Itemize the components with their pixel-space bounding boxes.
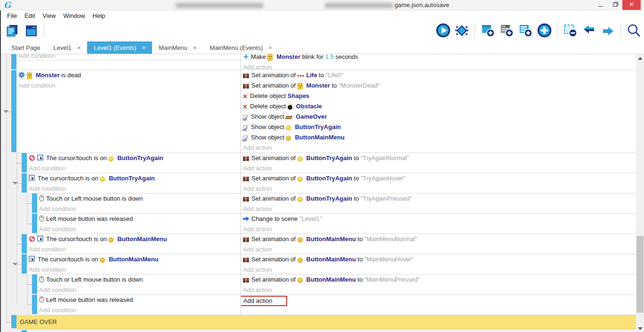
- action-line[interactable]: ×Delete object Obstacle: [241, 101, 636, 112]
- conditions-cell[interactable]: The cursor/touch is on ButtonTryAgainAdd…: [27, 153, 241, 173]
- scroll-up-icon[interactable]: [638, 57, 643, 60]
- project-manager-button[interactable]: [5, 24, 20, 39]
- menu-item-window[interactable]: Window: [59, 11, 89, 20]
- actions-cell[interactable]: Set animation of ButtonTryAgain to "TryA…: [241, 194, 636, 214]
- actions-cell[interactable]: Set animation of ButtonTryAgain to "TryA…: [241, 173, 636, 194]
- scrollbar-thumb[interactable]: [636, 236, 644, 313]
- action-line[interactable]: Set animation of ButtonTryAgain to "TryA…: [241, 173, 636, 184]
- conditions-cell[interactable]: The cursor/touch is on ButtonTryAgainAdd…: [27, 173, 241, 194]
- action-line[interactable]: Set animation of ButtonMainMenu to "Main…: [241, 275, 636, 285]
- tab-mainmenu[interactable]: MainMenu×: [152, 41, 203, 54]
- add-action-placeholder[interactable]: Add action: [241, 244, 636, 254]
- add-condition-placeholder[interactable]: Add condition: [37, 224, 241, 234]
- add-action-placeholder[interactable]: Add action: [241, 62, 636, 70]
- deactivate-button[interactable]: [563, 24, 578, 39]
- play-button[interactable]: [435, 24, 451, 39]
- conditions-cell[interactable]: The cursor/touch is on ButtonMainMenuAdd…: [27, 234, 241, 254]
- condition-line[interactable]: Left mouse button was released: [37, 295, 241, 305]
- actions-cell[interactable]: Set animation of Life to "Life0"Set anim…: [241, 70, 636, 153]
- scroll-down-icon[interactable]: [638, 327, 643, 330]
- tab-level1[interactable]: Level1×: [47, 41, 87, 54]
- condition-line[interactable]: Touch or Left mouse button is down: [37, 275, 241, 285]
- conditions-cell[interactable]: Left mouse button was releasedAdd condit…: [37, 295, 241, 315]
- action-line[interactable]: Set animation of Life to "Life0": [241, 70, 636, 81]
- action-line[interactable]: Show object ButtonTryAgain: [241, 122, 636, 132]
- actions-cell[interactable]: Set animation of ButtonMainMenu to "Main…: [241, 254, 636, 275]
- add-scene-button[interactable]: [480, 24, 495, 39]
- condition-line[interactable]: Monster is dead: [16, 70, 241, 81]
- start-page-button[interactable]: [24, 24, 39, 39]
- add-condition-placeholder[interactable]: Add condition: [27, 163, 241, 173]
- conditions-cell[interactable]: The cursor/touch is on ButtonMainMenuAdd…: [27, 254, 241, 275]
- condition-line[interactable]: The cursor/touch is on ButtonMainMenu: [27, 254, 241, 265]
- actions-cell[interactable]: Change to scene "Level1"Add action: [241, 214, 636, 234]
- add-action-highlighted[interactable]: Add action: [241, 296, 287, 306]
- condition-line[interactable]: The cursor/touch is on ButtonTryAgain: [27, 153, 241, 163]
- tab-close-icon[interactable]: ×: [142, 44, 146, 51]
- add-condition-placeholder[interactable]: Add condition: [37, 285, 241, 295]
- search-button[interactable]: [626, 24, 641, 39]
- action-line[interactable]: Set animation of Monster to "MonsterDead…: [241, 81, 636, 91]
- conditions-cell[interactable]: Monster is deadAdd condition: [16, 70, 241, 153]
- action-line[interactable]: Change to scene "Level1": [241, 214, 636, 224]
- tab-close-icon[interactable]: ×: [77, 44, 81, 51]
- add-external-events-button[interactable]: [499, 24, 514, 39]
- action-line[interactable]: Show object GameOver: [241, 112, 636, 122]
- add-action-placeholder[interactable]: Add action: [241, 143, 636, 153]
- menu-item-file[interactable]: File: [3, 11, 21, 20]
- conditions-cell[interactable]: Touch or Left mouse button is downAdd co…: [37, 194, 241, 214]
- add-action-placeholder[interactable]: Add action: [241, 224, 636, 234]
- actions-cell[interactable]: Add action: [241, 295, 636, 315]
- redo-button[interactable]: [600, 24, 615, 39]
- action-line[interactable]: Show object ButtonMainMenu: [241, 132, 636, 143]
- action-line[interactable]: Set animation of ButtonMainMenu to "Main…: [241, 234, 636, 244]
- menu-item-help[interactable]: Help: [89, 11, 109, 20]
- conditions-cell[interactable]: Touch or Left mouse button is downAdd co…: [37, 275, 241, 295]
- tab-start-page[interactable]: Start Page: [5, 41, 47, 54]
- maximize-button[interactable]: [608, 0, 621, 10]
- minimize-button[interactable]: [594, 0, 607, 10]
- debug-button[interactable]: [454, 24, 469, 39]
- conditions-cell[interactable]: Left mouse button was releasedAdd condit…: [37, 214, 241, 234]
- action-line[interactable]: Set animation of ButtonTryAgain to "TryA…: [241, 153, 636, 163]
- add-action-placeholder[interactable]: Add action: [241, 265, 636, 275]
- event-text-segment: to: [352, 175, 361, 182]
- add-condition-placeholder[interactable]: Add condition: [16, 81, 241, 91]
- add-condition-placeholder[interactable]: Add condition: [37, 305, 241, 315]
- menu-item-view[interactable]: View: [39, 11, 59, 20]
- actions-cell[interactable]: Make Monster blink for 1.5 secondsAdd ac…: [241, 54, 636, 70]
- add-external-layout-button[interactable]: [518, 24, 533, 39]
- add-action-placeholder[interactable]: Add action: [241, 285, 636, 295]
- action-line[interactable]: ×Delete object Shapes: [241, 91, 636, 101]
- add-object-button[interactable]: [537, 24, 552, 39]
- event-indent-bar: [32, 214, 37, 233]
- actions-cell[interactable]: Set animation of ButtonTryAgain to "TryA…: [241, 153, 636, 173]
- action-line[interactable]: Make Monster blink for 1.5 seconds: [241, 54, 636, 62]
- add-action-placeholder[interactable]: Add action: [241, 204, 636, 214]
- close-button[interactable]: ✕: [622, 0, 641, 10]
- tab-level1-events[interactable]: Level1 (Events)×: [87, 41, 152, 54]
- condition-line[interactable]: Touch or Left mouse button is down: [37, 194, 241, 204]
- conditions-cell[interactable]: Add condition: [16, 54, 241, 70]
- add-action-placeholder[interactable]: Add action: [241, 184, 636, 194]
- add-action-placeholder[interactable]: Add action: [241, 163, 636, 173]
- add-condition-placeholder[interactable]: Add condition: [27, 244, 241, 254]
- add-condition-placeholder[interactable]: Add condition: [37, 204, 241, 214]
- vertical-scrollbar[interactable]: [636, 54, 644, 332]
- add-condition-placeholder[interactable]: Add condition: [27, 184, 241, 194]
- undo-button[interactable]: [581, 24, 596, 39]
- condition-line[interactable]: Left mouse button was released: [37, 214, 241, 224]
- tab-close-icon[interactable]: ×: [193, 44, 197, 51]
- add-condition-placeholder[interactable]: Add condition: [27, 265, 241, 275]
- tab-mainmenu-events[interactable]: MainMenu (Events)×: [203, 41, 279, 54]
- mouse-icon: [39, 276, 44, 283]
- action-line[interactable]: Set animation of ButtonTryAgain to "TryA…: [241, 194, 636, 204]
- condition-line[interactable]: The cursor/touch is on ButtonTryAgain: [27, 173, 241, 184]
- actions-cell[interactable]: Set animation of ButtonMainMenu to "Main…: [241, 234, 636, 254]
- actions-cell[interactable]: Set animation of ButtonMainMenu to "Main…: [241, 275, 636, 295]
- comment-text[interactable]: GAME OVER: [16, 315, 636, 329]
- action-line[interactable]: Set animation of ButtonMainMenu to "Main…: [241, 254, 636, 265]
- tab-close-icon[interactable]: ×: [268, 44, 272, 51]
- menu-item-edit[interactable]: Edit: [21, 11, 39, 20]
- condition-line[interactable]: The cursor/touch is on ButtonMainMenu: [27, 234, 241, 244]
